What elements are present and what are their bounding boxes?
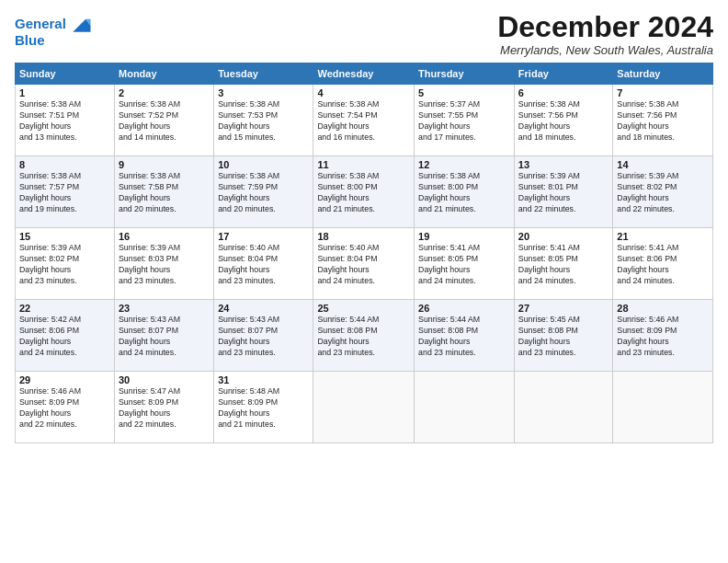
logo-icon	[68, 11, 94, 37]
table-row: 25 Sunrise: 5:44 AM Sunset: 8:08 PM Dayl…	[313, 300, 415, 372]
day-info: Sunrise: 5:38 AM Sunset: 7:58 PM Dayligh…	[119, 171, 210, 215]
day-number: 31	[218, 374, 309, 385]
day-info: Sunrise: 5:38 AM Sunset: 7:53 PM Dayligh…	[218, 99, 309, 144]
day-info: Sunrise: 5:42 AM Sunset: 8:06 PM Dayligh…	[19, 315, 110, 359]
table-row: 20 Sunrise: 5:41 AM Sunset: 8:05 PM Dayl…	[514, 228, 613, 300]
day-number: 1	[19, 87, 110, 98]
day-number: 12	[418, 159, 510, 170]
table-row: 17 Sunrise: 5:40 AM Sunset: 8:04 PM Dayl…	[214, 228, 313, 300]
logo-text: General	[15, 17, 66, 32]
day-number: 8	[19, 159, 110, 170]
calendar-week-row: 15 Sunrise: 5:39 AM Sunset: 8:02 PM Dayl…	[16, 228, 713, 300]
table-row: 23 Sunrise: 5:43 AM Sunset: 8:07 PM Dayl…	[115, 300, 214, 372]
day-number: 30	[119, 374, 210, 385]
table-row: 2 Sunrise: 5:38 AM Sunset: 7:52 PM Dayli…	[115, 85, 214, 156]
table-row: 8 Sunrise: 5:38 AM Sunset: 7:57 PM Dayli…	[16, 156, 115, 228]
table-row: 7 Sunrise: 5:38 AM Sunset: 7:56 PM Dayli…	[613, 85, 713, 156]
day-number: 29	[19, 374, 110, 385]
col-wed: Wednesday	[313, 63, 415, 85]
day-info: Sunrise: 5:38 AM Sunset: 7:54 PM Dayligh…	[317, 99, 410, 144]
day-info: Sunrise: 5:48 AM Sunset: 8:09 PM Dayligh…	[218, 386, 309, 431]
day-info: Sunrise: 5:39 AM Sunset: 8:01 PM Dayligh…	[518, 171, 609, 215]
day-number: 14	[617, 159, 709, 170]
day-info: Sunrise: 5:40 AM Sunset: 8:04 PM Dayligh…	[218, 243, 309, 287]
day-number: 22	[19, 303, 110, 314]
day-number: 26	[418, 303, 510, 314]
col-thu: Thursday	[415, 63, 515, 85]
day-number: 3	[218, 87, 309, 98]
col-mon: Monday	[115, 63, 214, 85]
table-row	[514, 372, 613, 443]
table-row: 4 Sunrise: 5:38 AM Sunset: 7:54 PM Dayli…	[313, 85, 415, 156]
calendar-header-row: Sunday Monday Tuesday Wednesday Thursday…	[16, 63, 713, 85]
col-sun: Sunday	[16, 63, 115, 85]
day-info: Sunrise: 5:38 AM Sunset: 8:00 PM Dayligh…	[418, 171, 510, 215]
day-info: Sunrise: 5:38 AM Sunset: 8:00 PM Dayligh…	[317, 171, 410, 215]
table-row: 10 Sunrise: 5:38 AM Sunset: 7:59 PM Dayl…	[214, 156, 313, 228]
col-fri: Friday	[514, 63, 613, 85]
table-row: 26 Sunrise: 5:44 AM Sunset: 8:08 PM Dayl…	[415, 300, 515, 372]
day-info: Sunrise: 5:46 AM Sunset: 8:09 PM Dayligh…	[19, 386, 110, 431]
month-title: December 2024	[497, 11, 713, 43]
table-row: 11 Sunrise: 5:38 AM Sunset: 8:00 PM Dayl…	[313, 156, 415, 228]
table-row: 16 Sunrise: 5:39 AM Sunset: 8:03 PM Dayl…	[115, 228, 214, 300]
table-row: 24 Sunrise: 5:43 AM Sunset: 8:07 PM Dayl…	[214, 300, 313, 372]
calendar-table: Sunday Monday Tuesday Wednesday Thursday…	[15, 63, 713, 443]
day-info: Sunrise: 5:38 AM Sunset: 7:51 PM Dayligh…	[19, 99, 110, 144]
day-info: Sunrise: 5:38 AM Sunset: 7:56 PM Dayligh…	[617, 99, 709, 144]
day-info: Sunrise: 5:38 AM Sunset: 7:57 PM Dayligh…	[19, 171, 110, 215]
table-row	[613, 372, 713, 443]
day-number: 9	[119, 159, 210, 170]
day-info: Sunrise: 5:40 AM Sunset: 8:04 PM Dayligh…	[317, 243, 410, 287]
day-info: Sunrise: 5:43 AM Sunset: 8:07 PM Dayligh…	[119, 315, 210, 359]
table-row: 27 Sunrise: 5:45 AM Sunset: 8:08 PM Dayl…	[514, 300, 613, 372]
day-number: 6	[518, 87, 609, 98]
day-info: Sunrise: 5:38 AM Sunset: 7:52 PM Dayligh…	[119, 99, 210, 144]
table-row: 31 Sunrise: 5:48 AM Sunset: 8:09 PM Dayl…	[214, 372, 313, 443]
day-info: Sunrise: 5:44 AM Sunset: 8:08 PM Dayligh…	[418, 315, 510, 359]
day-number: 27	[518, 303, 609, 314]
table-row: 13 Sunrise: 5:39 AM Sunset: 8:01 PM Dayl…	[514, 156, 613, 228]
calendar-week-row: 22 Sunrise: 5:42 AM Sunset: 8:06 PM Dayl…	[16, 300, 713, 372]
table-row: 5 Sunrise: 5:37 AM Sunset: 7:55 PM Dayli…	[415, 85, 515, 156]
day-number: 11	[317, 159, 410, 170]
title-block: December 2024 Merrylands, New South Wale…	[497, 11, 713, 57]
day-info: Sunrise: 5:39 AM Sunset: 8:03 PM Dayligh…	[119, 243, 210, 287]
col-sat: Saturday	[613, 63, 713, 85]
header: General Blue December 2024 Merrylands, N…	[15, 11, 713, 57]
table-row: 21 Sunrise: 5:41 AM Sunset: 8:06 PM Dayl…	[613, 228, 713, 300]
table-row: 30 Sunrise: 5:47 AM Sunset: 8:09 PM Dayl…	[115, 372, 214, 443]
day-info: Sunrise: 5:44 AM Sunset: 8:08 PM Dayligh…	[317, 315, 410, 359]
table-row	[313, 372, 415, 443]
day-number: 28	[617, 303, 709, 314]
calendar-week-row: 8 Sunrise: 5:38 AM Sunset: 7:57 PM Dayli…	[16, 156, 713, 228]
day-number: 17	[218, 231, 309, 242]
table-row: 18 Sunrise: 5:40 AM Sunset: 8:04 PM Dayl…	[313, 228, 415, 300]
table-row: 12 Sunrise: 5:38 AM Sunset: 8:00 PM Dayl…	[415, 156, 515, 228]
col-tue: Tuesday	[214, 63, 313, 85]
page: General Blue December 2024 Merrylands, N…	[0, 0, 728, 563]
day-info: Sunrise: 5:39 AM Sunset: 8:02 PM Dayligh…	[617, 171, 709, 215]
day-info: Sunrise: 5:46 AM Sunset: 8:09 PM Dayligh…	[617, 315, 709, 359]
location: Merrylands, New South Wales, Australia	[497, 43, 713, 57]
table-row: 15 Sunrise: 5:39 AM Sunset: 8:02 PM Dayl…	[16, 228, 115, 300]
table-row: 29 Sunrise: 5:46 AM Sunset: 8:09 PM Dayl…	[16, 372, 115, 443]
day-info: Sunrise: 5:43 AM Sunset: 8:07 PM Dayligh…	[218, 315, 309, 359]
day-number: 24	[218, 303, 309, 314]
day-number: 25	[317, 303, 410, 314]
day-info: Sunrise: 5:37 AM Sunset: 7:55 PM Dayligh…	[418, 99, 510, 144]
table-row: 19 Sunrise: 5:41 AM Sunset: 8:05 PM Dayl…	[415, 228, 515, 300]
logo-text2: Blue	[15, 33, 45, 49]
logo: General Blue	[15, 11, 94, 49]
day-info: Sunrise: 5:45 AM Sunset: 8:08 PM Dayligh…	[518, 315, 609, 359]
table-row: 9 Sunrise: 5:38 AM Sunset: 7:58 PM Dayli…	[115, 156, 214, 228]
table-row: 22 Sunrise: 5:42 AM Sunset: 8:06 PM Dayl…	[16, 300, 115, 372]
table-row: 28 Sunrise: 5:46 AM Sunset: 8:09 PM Dayl…	[613, 300, 713, 372]
table-row: 1 Sunrise: 5:38 AM Sunset: 7:51 PM Dayli…	[16, 85, 115, 156]
day-number: 18	[317, 231, 410, 242]
day-info: Sunrise: 5:38 AM Sunset: 7:59 PM Dayligh…	[218, 171, 309, 215]
day-info: Sunrise: 5:47 AM Sunset: 8:09 PM Dayligh…	[119, 386, 210, 431]
day-number: 23	[119, 303, 210, 314]
day-number: 7	[617, 87, 709, 98]
day-info: Sunrise: 5:41 AM Sunset: 8:05 PM Dayligh…	[418, 243, 510, 287]
